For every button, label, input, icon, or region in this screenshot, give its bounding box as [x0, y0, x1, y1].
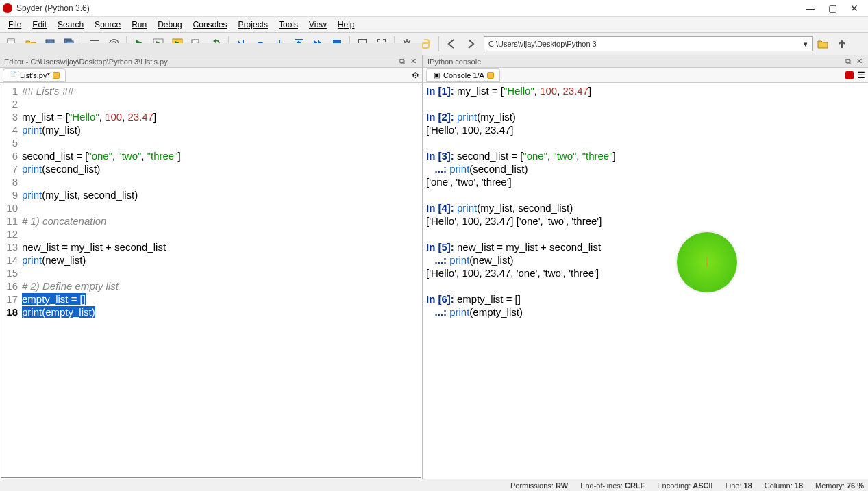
editor-pane: Editor - C:\Users\vijay\Desktop\Python 3… — [0, 55, 423, 479]
editor-line[interactable]: 3my_list = ["Hello", 100, 23.47] — [1, 110, 421, 123]
console-line: ...: print(empty_list) — [426, 305, 865, 318]
console-pane-header: IPython console ⧉ ✕ — [423, 55, 868, 68]
working-dir-value: C:\Users\vijay\Desktop\Python 3 — [488, 40, 597, 48]
editor-pane-header — [0, 43, 422, 55]
console-line: ['Hello', 100, 23.47] — [426, 123, 865, 136]
menu-view[interactable]: View — [303, 18, 332, 31]
console-line — [426, 279, 865, 292]
working-dir-select[interactable]: C:\Users\vijay\Desktop\Python 3 ▾ — [484, 36, 813, 51]
status-memory: Memory: 76 % — [815, 481, 864, 490]
console-pane-title: IPython console — [427, 58, 842, 66]
console-line — [426, 188, 865, 201]
svg-rect-14 — [295, 39, 303, 40]
console-line — [426, 97, 865, 110]
maximize-button[interactable]: ▢ — [821, 1, 843, 15]
menu-help[interactable]: Help — [332, 18, 360, 31]
window-title: Spyder (Python 3.6) — [16, 3, 799, 13]
console-line: In [3]: second_list = ["one", "two", "th… — [426, 149, 865, 162]
editor-pane-title: Editor - C:\Users\vijay\Desktop\Python 3… — [4, 58, 396, 66]
editor-line[interactable]: 5 — [1, 136, 421, 149]
console-pane: IPython console ⧉ ✕ ▣ Console 1/A ☰ In [… — [423, 55, 868, 479]
editor-tab-label: List's.py* — [20, 71, 50, 79]
menu-tools[interactable]: Tools — [273, 18, 303, 31]
menu-source[interactable]: Source — [89, 18, 126, 31]
ipython-console[interactable]: In [1]: my_list = ["Hello", 100, 23.47] … — [423, 83, 868, 479]
spyder-logo-icon — [3, 3, 12, 13]
console-line: In [6]: empty_list = [] — [426, 292, 865, 305]
minimize-button[interactable]: — — [799, 1, 821, 15]
parent-dir-button[interactable] — [833, 35, 851, 53]
forward-button[interactable] — [462, 35, 480, 53]
console-line — [426, 227, 865, 240]
close-button[interactable]: ✕ — [843, 1, 865, 15]
console-pane-undock-icon[interactable]: ⧉ — [843, 57, 853, 66]
status-permissions: Permissions: RW — [510, 481, 568, 490]
editor-line[interactable]: 17empty_list = [] — [1, 292, 421, 305]
editor-tab-lists[interactable]: 📄 List's.py* — [3, 68, 66, 82]
status-eol: End-of-lines: CRLF — [580, 481, 645, 490]
status-bar: Permissions: RW End-of-lines: CRLF Encod… — [0, 479, 868, 491]
console-line: In [1]: my_list = ["Hello", 100, 23.47] — [426, 84, 865, 97]
console-line: In [4]: print(my_list, second_list) — [426, 201, 865, 214]
console-line: In [2]: print(my_list) — [426, 110, 865, 123]
console-pane-close-icon[interactable]: ✕ — [854, 57, 864, 66]
console-icon: ▣ — [432, 71, 441, 79]
console-options-icon[interactable]: ☰ — [858, 71, 865, 80]
title-bar: Spyder (Python 3.6) — ▢ ✕ — [0, 0, 868, 17]
editor-line[interactable]: 15 — [1, 266, 421, 279]
console-line: In [5]: new_list = my_list + second_list — [426, 240, 865, 253]
editor-line[interactable]: 18print(empty_list) — [1, 305, 421, 318]
console-line — [426, 136, 865, 149]
menu-search[interactable]: Search — [52, 18, 89, 31]
editor-line[interactable]: 13new_list = my_list + second_list — [1, 240, 421, 253]
code-editor[interactable]: 1## List's ##23my_list = ["Hello", 100, … — [1, 84, 421, 478]
kernel-stop-icon[interactable] — [845, 71, 854, 79]
editor-options-icon[interactable]: ⚙ — [412, 71, 419, 80]
editor-pane-header: Editor - C:\Users\vijay\Desktop\Python 3… — [0, 55, 422, 68]
editor-pane-undock-icon[interactable]: ⧉ — [397, 57, 407, 66]
editor-line[interactable]: 14print(new_list) — [1, 253, 421, 266]
menu-bar: File Edit Search Source Run Debug Consol… — [0, 17, 868, 32]
console-line: ['Hello', 100, 23.47] ['one', 'two', 'th… — [426, 214, 865, 227]
mouse-highlight-icon: I — [677, 232, 737, 292]
console-line: ...: print(new_list) — [426, 253, 865, 266]
editor-line[interactable]: 11# 1) concatenation — [1, 214, 421, 227]
console-tabs: ▣ Console 1/A ☰ — [423, 68, 868, 83]
menu-file[interactable]: File — [3, 18, 27, 31]
unsaved-indicator-icon — [53, 72, 60, 79]
status-encoding: Encoding: ASCII — [657, 481, 712, 490]
python-file-icon: 📄 — [9, 71, 17, 79]
console-line: ['one', 'two', 'three'] — [426, 175, 865, 188]
console-close-icon[interactable] — [487, 72, 494, 79]
console-line: ['Hello', 100, 23.47, 'one', 'two', 'thr… — [426, 266, 865, 279]
editor-line[interactable]: 12 — [1, 227, 421, 240]
menu-run[interactable]: Run — [126, 18, 152, 31]
editor-line[interactable]: 9print(my_list, second_list) — [1, 188, 421, 201]
menu-projects[interactable]: Projects — [233, 18, 273, 31]
editor-line[interactable]: 6second_list = ["one", "two", "three"] — [1, 149, 421, 162]
editor-line[interactable]: 16# 2) Define empty list — [1, 279, 421, 292]
back-button[interactable] — [443, 35, 460, 53]
menu-edit[interactable]: Edit — [27, 18, 52, 31]
editor-line[interactable]: 4print(my_list) — [1, 123, 421, 136]
editor-line[interactable]: 7print(second_list) — [1, 162, 421, 175]
status-line: Line: 18 — [726, 481, 752, 490]
editor-line[interactable]: 2 — [1, 97, 421, 110]
svg-rect-1 — [8, 39, 14, 41]
editor-line[interactable]: 10 — [1, 201, 421, 214]
editor-line[interactable]: 8 — [1, 175, 421, 188]
console-tab-1a[interactable]: ▣ Console 1/A — [426, 68, 500, 82]
editor-line[interactable]: 1## List's ## — [1, 84, 421, 97]
browse-dir-button[interactable] — [814, 35, 832, 53]
menu-debug[interactable]: Debug — [152, 18, 187, 31]
menu-consoles[interactable]: Consoles — [188, 18, 233, 31]
editor-pane-close-icon[interactable]: ✕ — [408, 57, 418, 66]
console-line: ...: print(second_list) — [426, 162, 865, 175]
status-column: Column: 18 — [765, 481, 803, 490]
console-tab-label: Console 1/A — [443, 71, 484, 79]
editor-tabs: 📄 List's.py* ⚙ — [0, 68, 422, 83]
